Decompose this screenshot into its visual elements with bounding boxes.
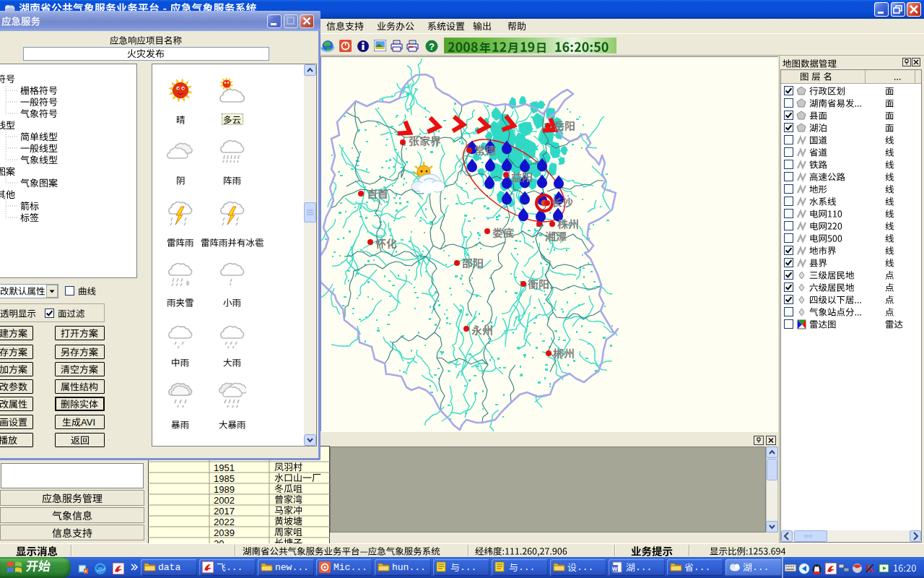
svg-text:W: W: [612, 566, 618, 572]
svg-text:?: ?: [429, 41, 435, 52]
